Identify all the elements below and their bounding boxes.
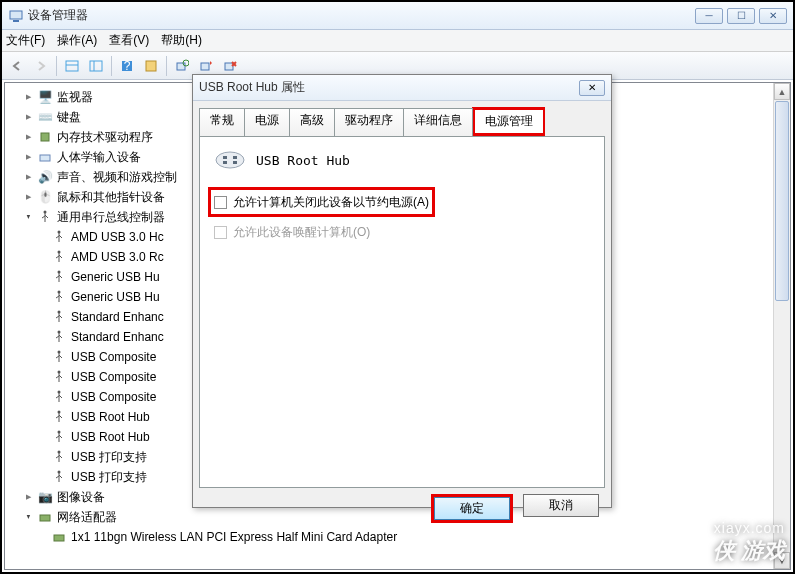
titlebar[interactable]: 设备管理器 ─ ☐ ✕: [2, 2, 793, 30]
dialog-title: USB Root Hub 属性: [199, 79, 579, 96]
svg-point-24: [58, 351, 61, 354]
tab-advanced[interactable]: 高级: [289, 108, 335, 137]
svg-rect-32: [54, 535, 64, 541]
properties-icon[interactable]: [140, 55, 162, 77]
svg-rect-35: [233, 156, 237, 159]
svg-rect-9: [177, 63, 185, 70]
tab-driver[interactable]: 驱动程序: [334, 108, 404, 137]
hid-icon: [37, 149, 53, 165]
svg-point-17: [44, 211, 47, 214]
usb-device-icon: [51, 429, 67, 445]
tab-details[interactable]: 详细信息: [403, 108, 473, 137]
svg-rect-12: [225, 63, 233, 70]
tab-general[interactable]: 常规: [199, 108, 245, 137]
help-icon[interactable]: ?: [116, 55, 138, 77]
collapse-icon[interactable]: [21, 510, 35, 524]
active-tab-highlight: 电源管理: [472, 107, 545, 136]
list-view-icon[interactable]: [85, 55, 107, 77]
window-controls: ─ ☐ ✕: [695, 8, 787, 24]
svg-point-26: [58, 391, 61, 394]
dialog-buttons: 确定 取消: [193, 494, 611, 533]
properties-dialog: USB Root Hub 属性 ✕ 常规 电源 高级 驱动程序 详细信息 电源管…: [192, 74, 612, 508]
chip-icon: [37, 129, 53, 145]
window-title: 设备管理器: [28, 7, 695, 24]
tab-row: 常规 电源 高级 驱动程序 详细信息 电源管理: [193, 101, 611, 136]
svg-rect-16: [40, 155, 50, 161]
usb-device-icon: [51, 469, 67, 485]
back-button[interactable]: [6, 55, 28, 77]
svg-rect-31: [40, 515, 50, 521]
svg-rect-15: [41, 133, 49, 141]
allow-wake-checkbox: 允许此设备唤醒计算机(O): [214, 221, 590, 243]
menubar: 文件(F) 操作(A) 查看(V) 帮助(H): [2, 30, 793, 52]
cancel-button[interactable]: 取消: [523, 494, 599, 517]
detail-view-icon[interactable]: [61, 55, 83, 77]
svg-point-30: [58, 471, 61, 474]
scroll-up-button[interactable]: ▲: [774, 83, 790, 100]
ok-button[interactable]: 确定: [434, 497, 510, 520]
usb-device-icon: [51, 269, 67, 285]
collapse-icon[interactable]: [21, 210, 35, 224]
tab-panel: USB Root Hub 允许计算机关闭此设备以节约电源(A) 允许此设备唤醒计…: [199, 136, 605, 488]
menu-help[interactable]: 帮助(H): [161, 32, 202, 49]
svg-point-33: [216, 152, 244, 168]
svg-point-19: [58, 251, 61, 254]
minimize-button[interactable]: ─: [695, 8, 723, 24]
monitor-icon: 🖥️: [37, 89, 53, 105]
device-name: USB Root Hub: [256, 153, 350, 168]
expand-icon[interactable]: [21, 130, 35, 144]
imaging-icon: 📷: [37, 489, 53, 505]
usb-device-icon: [51, 409, 67, 425]
close-button[interactable]: ✕: [759, 8, 787, 24]
usb-device-icon: [51, 229, 67, 245]
scan-hardware-icon[interactable]: [171, 55, 193, 77]
tab-power-management[interactable]: 电源管理: [475, 110, 543, 133]
svg-rect-36: [223, 161, 227, 164]
expand-icon[interactable]: [21, 170, 35, 184]
dialog-close-button[interactable]: ✕: [579, 80, 605, 96]
expand-icon[interactable]: [21, 150, 35, 164]
svg-text:?: ?: [124, 59, 131, 73]
svg-rect-2: [66, 61, 78, 71]
svg-point-27: [58, 411, 61, 414]
checkbox-icon[interactable]: [214, 196, 227, 209]
expand-icon[interactable]: [21, 90, 35, 104]
svg-rect-8: [146, 61, 156, 71]
expand-icon[interactable]: [21, 110, 35, 124]
usb-device-icon: [51, 369, 67, 385]
allow-turn-off-checkbox[interactable]: 允许计算机关闭此设备以节约电源(A): [214, 191, 429, 213]
maximize-button[interactable]: ☐: [727, 8, 755, 24]
menu-file[interactable]: 文件(F): [6, 32, 45, 49]
usb-device-icon: [51, 329, 67, 345]
expand-icon[interactable]: [21, 490, 35, 504]
device-header: USB Root Hub: [214, 149, 590, 171]
svg-point-28: [58, 431, 61, 434]
forward-button[interactable]: [30, 55, 52, 77]
checkbox-label: 允许此设备唤醒计算机(O): [233, 224, 370, 241]
usb-device-icon: [51, 289, 67, 305]
wifi-adapter-icon: [51, 529, 67, 545]
menu-view[interactable]: 查看(V): [109, 32, 149, 49]
network-adapter-icon: [37, 509, 53, 525]
usb-device-icon: [51, 449, 67, 465]
dialog-titlebar[interactable]: USB Root Hub 属性 ✕: [193, 75, 611, 101]
usb-hub-icon: [214, 149, 246, 171]
usb-device-icon: [51, 389, 67, 405]
usb-device-icon: [51, 309, 67, 325]
checkbox-icon: [214, 226, 227, 239]
checkbox-label: 允许计算机关闭此设备以节约电源(A): [233, 194, 429, 211]
tab-power[interactable]: 电源: [244, 108, 290, 137]
checkbox-highlight: 允许计算机关闭此设备以节约电源(A): [208, 187, 435, 217]
svg-point-29: [58, 451, 61, 454]
mouse-icon: 🖱️: [37, 189, 53, 205]
scroll-thumb[interactable]: [775, 101, 789, 301]
svg-point-23: [58, 331, 61, 334]
svg-rect-1: [13, 20, 19, 22]
expand-icon[interactable]: [21, 190, 35, 204]
ok-button-highlight: 确定: [431, 494, 513, 523]
vertical-scrollbar[interactable]: ▲ ▼: [773, 83, 790, 569]
scroll-down-button[interactable]: ▼: [774, 552, 790, 569]
menu-action[interactable]: 操作(A): [57, 32, 97, 49]
svg-rect-34: [223, 156, 227, 159]
svg-rect-4: [90, 61, 102, 71]
